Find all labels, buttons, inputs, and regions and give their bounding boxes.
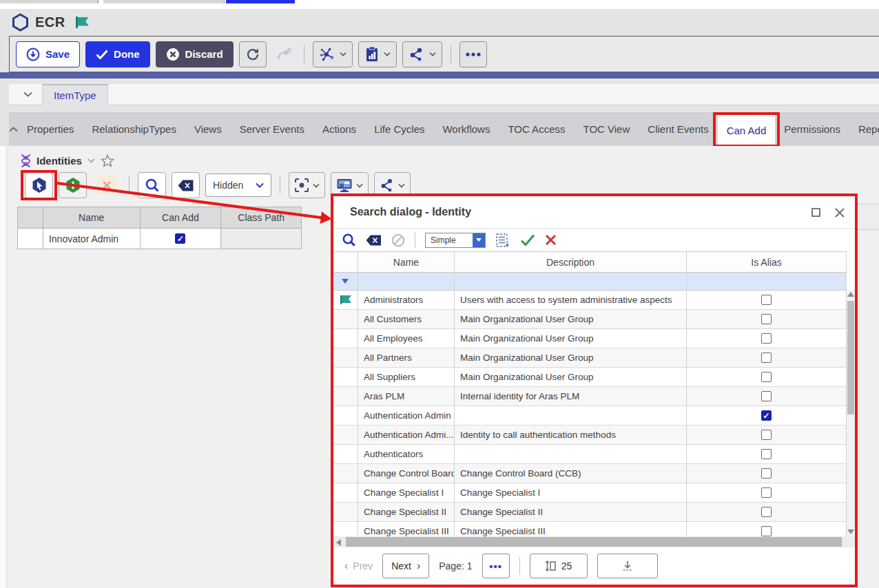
- cell-name[interactable]: Authenticators: [358, 445, 455, 464]
- row-icon-cell[interactable]: [333, 368, 358, 387]
- column-header-can-add[interactable]: Can Add: [141, 207, 222, 229]
- table-row[interactable]: AdministratorsUsers with access to syste…: [333, 291, 847, 310]
- cell-description[interactable]: [455, 445, 687, 464]
- cell-class-path[interactable]: [221, 229, 302, 249]
- table-row[interactable]: Change Specialist IIIChange Specialist I…: [333, 522, 847, 536]
- cell-name[interactable]: All Partners: [358, 348, 455, 368]
- cell-description[interactable]: Main Organizational User Group: [455, 348, 687, 368]
- cell-name[interactable]: Change Specialist III: [358, 522, 455, 536]
- collapse-up-chevron-icon[interactable]: [9, 112, 18, 146]
- export-button[interactable]: [597, 554, 658, 578]
- cell-description[interactable]: Main Organizational User Group: [455, 310, 687, 329]
- tab-properties[interactable]: Properties: [18, 112, 83, 146]
- tab-permissions[interactable]: Permissions: [775, 112, 849, 146]
- row-handle-cell[interactable]: [18, 229, 43, 249]
- discard-button[interactable]: Discard: [156, 41, 234, 67]
- table-row[interactable]: Aras PLMInternal identity for Aras PLM: [333, 387, 847, 406]
- cell-is-alias[interactable]: [687, 387, 847, 406]
- table-row[interactable]: All PartnersMain Organizational User Gro…: [333, 348, 847, 368]
- cell-is-alias[interactable]: [687, 483, 847, 503]
- checkbox-unchecked[interactable]: [761, 468, 772, 479]
- cell-name[interactable]: All Customers: [358, 310, 455, 329]
- next-page-button[interactable]: Next ›: [382, 554, 429, 578]
- table-row[interactable]: Change Control BoardChange Control Board…: [333, 464, 847, 483]
- search-icon[interactable]: [342, 233, 356, 247]
- row-icon-cell[interactable]: [333, 387, 358, 406]
- table-row[interactable]: Authentication Admin: [333, 406, 847, 426]
- cell-description[interactable]: Change Control Board (CCB): [455, 464, 687, 483]
- checkbox-checked[interactable]: [761, 410, 772, 421]
- cell-name[interactable]: Aras PLM: [358, 387, 455, 406]
- chevron-down-icon[interactable]: [87, 158, 95, 163]
- row-icon-cell[interactable]: [333, 348, 358, 368]
- cell-name[interactable]: Administrators: [358, 291, 455, 310]
- checkbox-unchecked[interactable]: [761, 372, 772, 382]
- clear-search-icon[interactable]: [366, 235, 382, 246]
- cell-can-add[interactable]: [141, 229, 222, 249]
- select-rows-icon[interactable]: [495, 233, 510, 248]
- scroll-up-icon[interactable]: [847, 292, 854, 297]
- vertical-scrollbar[interactable]: [847, 290, 855, 536]
- left-rail[interactable]: [0, 146, 7, 588]
- more-actions-button[interactable]: [459, 41, 487, 67]
- search-mode-select[interactable]: Simple: [425, 233, 486, 248]
- checkbox-unchecked[interactable]: [761, 430, 772, 440]
- cell-is-alias[interactable]: [687, 368, 847, 387]
- cell-is-alias[interactable]: [687, 426, 847, 445]
- table-row[interactable]: Authenticators: [333, 445, 847, 464]
- structure-browser-button[interactable]: [313, 41, 353, 67]
- cell-name[interactable]: Change Control Board: [358, 464, 455, 483]
- table-row[interactable]: Authentication Admi...Identity to call a…: [333, 426, 847, 445]
- row-icon-cell[interactable]: [333, 291, 358, 310]
- tab-life-cycles[interactable]: Life Cycles: [365, 112, 433, 146]
- dialog-titlebar[interactable]: Search dialog - Identity: [333, 196, 855, 229]
- checkbox-unchecked[interactable]: [761, 314, 772, 324]
- cell-description[interactable]: Identity to call authentication methods: [455, 426, 687, 445]
- tab-toc-view[interactable]: TOC View: [574, 112, 639, 146]
- tab-relationshiptypes[interactable]: RelationshipTypes: [83, 112, 185, 146]
- row-icon-cell[interactable]: [333, 406, 358, 426]
- cell-is-alias[interactable]: [687, 406, 847, 426]
- cell-description[interactable]: Main Organizational User Group: [455, 329, 687, 348]
- row-icon-cell[interactable]: [333, 503, 358, 522]
- checkbox-unchecked[interactable]: [761, 526, 772, 536]
- collapse-chevron-icon[interactable]: [19, 92, 37, 97]
- tab-toc-access[interactable]: TOC Access: [499, 112, 574, 146]
- checkbox-unchecked[interactable]: [761, 487, 772, 498]
- table-row[interactable]: Innovator Admin: [18, 229, 302, 249]
- column-header-name[interactable]: Name: [43, 207, 141, 229]
- hidden-filter-select[interactable]: Hidden: [205, 174, 271, 197]
- tab-client-events[interactable]: Client Events: [639, 112, 717, 146]
- checkbox-unchecked[interactable]: [761, 507, 772, 517]
- browser-tab-stub[interactable]: [0, 0, 99, 3]
- more-pages-button[interactable]: •••: [482, 554, 510, 578]
- table-row[interactable]: All CustomersMain Organizational User Gr…: [333, 310, 847, 329]
- cell-is-alias[interactable]: [687, 291, 847, 310]
- cell-description[interactable]: Main Organizational User Group: [455, 368, 687, 387]
- cancel-x-icon[interactable]: [545, 234, 557, 246]
- tab-itemtype[interactable]: ItemType: [42, 84, 108, 105]
- scrollbar-thumb[interactable]: [847, 301, 854, 414]
- cell-is-alias[interactable]: [687, 464, 847, 483]
- maximize-icon[interactable]: [811, 208, 820, 217]
- tab-actions[interactable]: Actions: [313, 112, 365, 146]
- filter-row[interactable]: [333, 273, 847, 291]
- cell-name[interactable]: Innovator Admin: [43, 229, 141, 249]
- cell-description[interactable]: [455, 406, 687, 426]
- cell-name[interactable]: All Employees: [358, 329, 455, 348]
- clear-search-button[interactable]: [172, 172, 200, 198]
- row-icon-cell[interactable]: [333, 483, 358, 503]
- favorite-star-icon[interactable]: [101, 154, 114, 167]
- cell-description[interactable]: Internal identity for Aras PLM: [455, 387, 687, 406]
- horizontal-scrollbar[interactable]: [333, 536, 855, 547]
- column-header-name[interactable]: Name: [358, 252, 455, 273]
- table-row[interactable]: Change Specialist IIChange Specialist II: [333, 503, 847, 522]
- filter-cell-name[interactable]: [358, 273, 455, 291]
- cell-description[interactable]: Change Specialist I: [455, 483, 687, 503]
- cell-description[interactable]: Change Specialist II: [455, 503, 687, 522]
- column-header-is-alias[interactable]: Is Alias: [687, 252, 847, 273]
- cell-is-alias[interactable]: [687, 503, 847, 522]
- cell-is-alias[interactable]: [687, 522, 847, 536]
- checkbox-unchecked[interactable]: [761, 295, 772, 305]
- tab-workflows[interactable]: Workflows: [433, 112, 499, 146]
